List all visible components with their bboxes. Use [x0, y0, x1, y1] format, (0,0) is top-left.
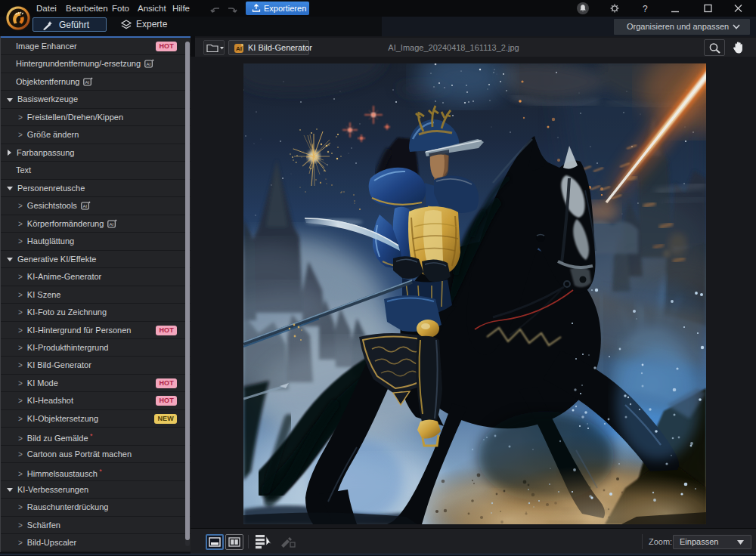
- svg-text:AI: AI: [85, 80, 90, 85]
- svg-text:AI: AI: [110, 222, 114, 227]
- svg-text:?: ?: [643, 4, 648, 14]
- svg-text:AI: AI: [82, 204, 87, 208]
- svg-text:AI: AI: [147, 63, 151, 67]
